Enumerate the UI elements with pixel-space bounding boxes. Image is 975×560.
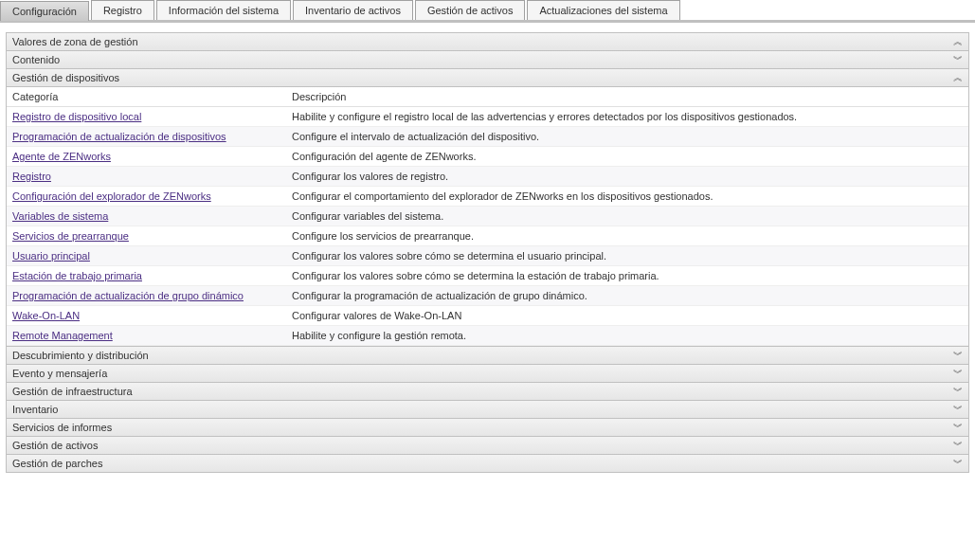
section-title: Inventario [12,404,58,415]
table-row: Programación de actualización de grupo d… [7,286,968,306]
device-management-table: Categoría Descripción Registro de dispos… [6,87,969,346]
description-cell: Configurar la programación de actualizac… [286,286,968,306]
section-title: Gestión de activos [12,440,99,451]
table-row: Usuario principalConfigurar los valores … [7,246,968,266]
tab-actualizaciones-del-sistema[interactable]: Actualizaciones del sistema [527,0,679,20]
category-link[interactable]: Usuario principal [12,250,90,262]
category-cell: Variables de sistema [7,207,286,226]
category-link[interactable]: Remote Management [12,330,113,341]
description-cell: Configurar variables del sistema. [286,207,968,226]
table-row: Remote ManagementHabilite y configure la… [7,326,968,346]
column-header-category: Categoría [7,87,286,107]
section-title: Servicios de informes [12,422,112,433]
category-link[interactable]: Wake-On-LAN [12,310,80,321]
category-link[interactable]: Registro de dispositivo local [12,111,141,122]
table-row: Wake-On-LANConfigurar valores de Wake-On… [7,306,968,326]
section-title: Gestión de parches [12,458,102,469]
table-row: Configuración del explorador de ZENworks… [7,187,968,207]
chevron-down-icon[interactable]: ︾ [953,441,963,450]
category-cell: Programación de actualización de disposi… [7,127,286,147]
description-cell: Habilite y configure el registro local d… [286,107,968,127]
section-valores-de-zona-de-gestión[interactable]: Valores de zona de gestión︽ [6,32,969,51]
section-gestión-de-activos[interactable]: Gestión de activos︾ [6,436,969,455]
chevron-down-icon[interactable]: ︾ [953,459,963,468]
table-row: Estación de trabajo primariaConfigurar l… [7,266,968,286]
description-cell: Configurar los valores de registro. [286,167,968,187]
chevron-down-icon[interactable]: ︾ [953,405,963,414]
category-link[interactable]: Variables de sistema [12,210,108,222]
column-header-description: Descripción [286,87,968,107]
category-link[interactable]: Programación de actualización de disposi… [12,131,226,142]
chevron-down-icon[interactable]: ︾ [953,369,963,378]
description-cell: Configure los servicios de prearranque. [286,226,968,246]
table-row: RegistroConfigurar los valores de regist… [7,167,968,187]
section-gestión-de-parches[interactable]: Gestión de parches︾ [6,454,969,473]
section-title: Contenido [12,54,60,65]
chevron-up-icon[interactable]: ︽ [953,73,963,82]
table-row: Programación de actualización de disposi… [7,127,968,147]
tab-gestión-de-activos[interactable]: Gestión de activos [415,0,526,20]
category-cell: Wake-On-LAN [7,306,286,326]
section-title: Valores de zona de gestión [12,36,138,47]
category-link[interactable]: Programación de actualización de grupo d… [12,290,244,301]
description-cell: Configurar los valores sobre cómo se det… [286,266,968,286]
section-servicios-de-informes[interactable]: Servicios de informes︾ [6,418,969,437]
content-area: Valores de zona de gestión︽Contenido︾Ges… [0,23,975,479]
category-cell: Usuario principal [7,246,286,266]
section-contenido[interactable]: Contenido︾ [6,50,969,69]
chevron-down-icon[interactable]: ︾ [953,387,963,396]
table-row: Variables de sistemaConfigurar variables… [7,207,968,226]
tab-strip: ConfiguraciónRegistroInformación del sis… [0,0,975,23]
description-cell: Configurar el comportamiento del explora… [286,187,968,207]
category-link[interactable]: Agente de ZENworks [12,151,111,162]
description-cell: Habilite y configure la gestión remota. [286,326,968,346]
category-link[interactable]: Registro [12,171,51,182]
section-inventario[interactable]: Inventario︾ [6,400,969,419]
description-cell: Configure el intervalo de actualización … [286,127,968,147]
section-title: Gestión de infraestructura [12,386,133,397]
section-gestión-de-dispositivos[interactable]: Gestión de dispositivos︽ [6,68,969,87]
section-title: Gestión de dispositivos [12,72,119,83]
chevron-up-icon[interactable]: ︽ [953,37,963,46]
category-cell: Agente de ZENworks [7,147,286,167]
category-cell: Servicios de prearranque [7,226,286,246]
category-cell: Programación de actualización de grupo d… [7,286,286,306]
chevron-down-icon[interactable]: ︾ [953,351,963,360]
table-row: Registro de dispositivo localHabilite y … [7,107,968,127]
tab-configuración[interactable]: Configuración [0,1,89,21]
category-link[interactable]: Configuración del explorador de ZENworks [12,190,211,202]
section-descubrimiento-y-distribución[interactable]: Descubrimiento y distribución︾ [6,346,969,365]
section-title: Descubrimiento y distribución [12,350,149,361]
tab-inventario-de-activos[interactable]: Inventario de activos [293,0,413,20]
section-title: Evento y mensajería [12,368,107,379]
tab-registro[interactable]: Registro [91,0,154,20]
category-cell: Registro de dispositivo local [7,107,286,127]
description-cell: Configurar valores de Wake-On-LAN [286,306,968,326]
tab-información-del-sistema[interactable]: Información del sistema [156,0,291,20]
description-cell: Configurar los valores sobre cómo se det… [286,246,968,266]
category-link[interactable]: Estación de trabajo primaria [12,270,142,281]
category-cell: Registro [7,167,286,187]
description-cell: Configuración del agente de ZENworks. [286,147,968,167]
category-cell: Remote Management [7,326,286,346]
section-gestión-de-infraestructura[interactable]: Gestión de infraestructura︾ [6,382,969,401]
section-evento-y-mensajería[interactable]: Evento y mensajería︾ [6,364,969,383]
table-row: Servicios de prearranqueConfigure los se… [7,226,968,246]
table-row: Agente de ZENworksConfiguración del agen… [7,147,968,167]
category-cell: Estación de trabajo primaria [7,266,286,286]
category-link[interactable]: Servicios de prearranque [12,230,129,242]
chevron-down-icon[interactable]: ︾ [953,55,963,64]
chevron-down-icon[interactable]: ︾ [953,423,963,432]
category-cell: Configuración del explorador de ZENworks [7,187,286,207]
